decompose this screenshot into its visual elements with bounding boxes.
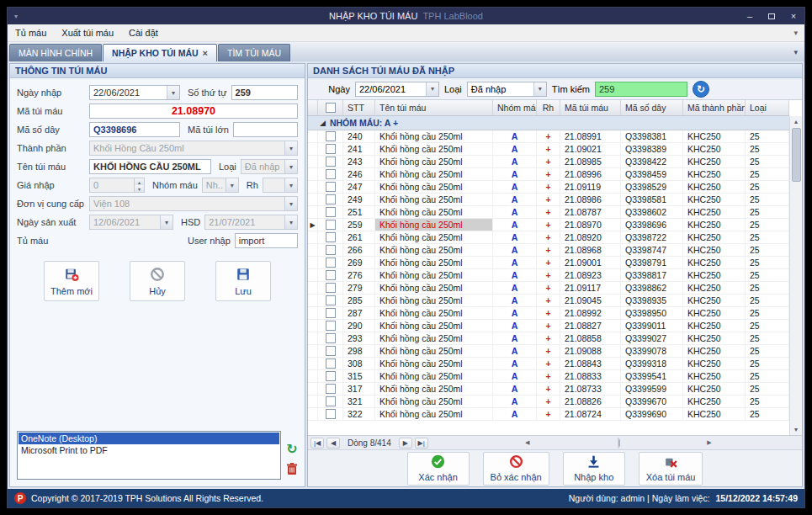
table-row[interactable]: 290 Khối hồng cầu 250ml A + 21.08827 Q33… (308, 320, 789, 332)
row-checkbox[interactable] (326, 207, 336, 217)
table-row[interactable]: 240 Khối hồng cầu 250ml A + 21.08991 Q33… (308, 130, 789, 143)
column-header-stt[interactable]: STT (343, 100, 375, 115)
table-row[interactable]: 298 Khối hồng cầu 250ml A + 21.09088 Q33… (308, 345, 789, 358)
group-expand-icon[interactable]: ◢ (320, 119, 326, 127)
table-row[interactable]: 285 Khối hồng cầu 250ml A + 21.09045 Q33… (308, 295, 789, 307)
horizontal-scrollbar[interactable]: ◀ ▶ (438, 438, 799, 449)
column-header-rh[interactable]: Rh (537, 100, 560, 115)
row-checkbox[interactable] (326, 270, 336, 280)
nav-last-button[interactable]: ▶| (415, 438, 428, 449)
table-row[interactable]: 321 Khối hồng cầu 250ml A + 21.08826 Q33… (308, 396, 789, 408)
tab-nhap-kho-tui-mau[interactable]: NHẬP KHO TÚI MÁU × (103, 44, 217, 61)
xac-nhan-button[interactable]: Xác nhận (407, 452, 470, 486)
tab-overflow-icon[interactable]: ▾ (787, 48, 804, 56)
table-row[interactable]: 308 Khối hồng cầu 250ml A + 21.08843 Q33… (308, 358, 789, 370)
vscroll-thumb[interactable] (792, 128, 801, 182)
user-nhap-field[interactable]: import (235, 233, 298, 248)
calendar-dropdown-icon[interactable]: ▾ (167, 86, 179, 99)
search-input[interactable] (595, 82, 687, 97)
table-row[interactable]: 322 Khối hồng cầu 250ml A + 21.08724 Q33… (308, 408, 789, 421)
menu-xuat-tui-mau[interactable]: Xuất túi máu (54, 24, 121, 41)
refresh-printers-icon[interactable]: ↻ (286, 443, 297, 455)
table-row[interactable]: 243 Khối hồng cầu 250ml A + 21.08985 Q33… (308, 156, 789, 168)
row-checkbox[interactable] (326, 194, 336, 204)
row-checkbox[interactable] (326, 371, 336, 381)
table-row[interactable]: 293 Khối hồng cầu 250ml A + 21.08858 Q33… (308, 332, 789, 345)
tab-close-icon[interactable]: × (203, 48, 208, 58)
bo-xac-nhan-button[interactable]: Bỏ xác nhận (483, 452, 549, 486)
column-header-ma-tui-mau[interactable]: Mã túi máu (560, 100, 621, 115)
row-checkbox[interactable] (326, 333, 336, 343)
row-checkbox[interactable] (326, 182, 336, 192)
printer-item-selected[interactable]: OneNote (Desktop) (19, 433, 279, 444)
nav-prev-button[interactable]: ◀ (326, 438, 340, 449)
row-checkbox[interactable] (326, 131, 336, 141)
table-row[interactable]: 241 Khối hồng cầu 250ml A + 21.09021 Q33… (308, 143, 789, 156)
row-checkbox[interactable] (326, 295, 336, 305)
hscroll-thumb[interactable] (618, 439, 620, 447)
huy-button[interactable]: Hủy (130, 261, 185, 301)
luu-button[interactable]: Lưu (215, 261, 271, 301)
column-header-ten-tui-mau[interactable]: Tên túi máu (375, 100, 493, 115)
filter-date-field[interactable]: 22/06/2021 ▾ (355, 82, 439, 97)
scroll-right-icon[interactable]: ▶ (619, 438, 799, 449)
row-checkbox[interactable] (326, 245, 336, 255)
table-row[interactable]: 249 Khối hồng cầu 250ml A + 21.08986 Q33… (308, 194, 789, 206)
table-row[interactable]: 251 Khối hồng cầu 250ml A + 21.08787 Q33… (308, 206, 789, 219)
table-row[interactable]: 279 Khối hồng cầu 250ml A + 21.09117 Q33… (308, 282, 789, 295)
delete-printer-icon[interactable] (286, 462, 298, 479)
table-row[interactable]: 317 Khối hồng cầu 250ml A + 21.08733 Q33… (308, 383, 789, 396)
table-row[interactable]: 315 Khối hồng cầu 250ml A + 21.08833 Q33… (308, 370, 789, 383)
maximize-button[interactable] (761, 8, 783, 24)
scroll-left-icon[interactable]: ◀ (438, 438, 618, 449)
vertical-scrollbar[interactable]: ▲ ▼ (789, 116, 802, 435)
calendar-dropdown-icon[interactable]: ▾ (426, 82, 438, 96)
menu-tu-mau[interactable]: Tủ máu (8, 24, 54, 41)
menu-cai-dat[interactable]: Cài đặt (121, 24, 166, 41)
row-checkbox[interactable] (326, 157, 336, 167)
row-checkbox[interactable] (326, 384, 336, 394)
chevron-down-icon[interactable]: ▾ (533, 82, 546, 96)
row-checkbox[interactable] (326, 144, 336, 154)
nav-next-button[interactable]: ▶ (399, 438, 412, 449)
table-row[interactable]: 247 Khối hồng cầu 250ml A + 21.09119 Q33… (308, 181, 789, 194)
select-all-checkbox[interactable] (326, 103, 336, 113)
table-row[interactable]: 261 Khối hồng cầu 250ml A + 21.08920 Q33… (308, 231, 789, 244)
row-checkbox[interactable] (326, 358, 336, 369)
table-row[interactable]: 287 Khối hồng cầu 250ml A + 21.08992 Q33… (308, 307, 789, 320)
row-checkbox[interactable] (326, 409, 336, 419)
hscroll-track[interactable] (618, 438, 619, 449)
column-header-loai[interactable]: Loại (746, 100, 789, 115)
table-row[interactable]: ▶ 259 Khối hồng cầu 250ml A + 21.08970 Q… (308, 219, 789, 231)
ma-so-day-field[interactable]: Q3398696 (89, 122, 180, 137)
scroll-up-icon[interactable]: ▲ (790, 116, 802, 127)
nhap-kho-button[interactable]: Nhập kho (563, 452, 625, 486)
row-checkbox[interactable] (326, 283, 336, 293)
so-thu-tu-field[interactable]: 259 (231, 85, 298, 100)
close-button[interactable]: × (783, 8, 804, 24)
table-row[interactable]: 276 Khối hồng cầu 250ml A + 21.08923 Q33… (308, 269, 789, 282)
ma-tui-lon-field[interactable] (233, 122, 298, 137)
row-checkbox[interactable] (326, 258, 336, 268)
ma-tui-mau-field[interactable]: 21.08970 (89, 104, 298, 119)
scroll-down-icon[interactable]: ▼ (790, 424, 802, 435)
menu-overflow-icon[interactable]: ▾ (787, 29, 804, 37)
table-row[interactable]: 246 Khối hồng cầu 250ml A + 21.08996 Q33… (308, 168, 789, 181)
table-row[interactable]: 266 Khối hồng cầu 250ml A + 21.08968 Q33… (308, 244, 789, 257)
minimize-button[interactable]: – (739, 8, 761, 24)
row-checkbox[interactable] (326, 169, 336, 179)
them-moi-button[interactable]: Thêm mới (44, 261, 99, 301)
xoa-tui-mau-button[interactable]: Xóa túi máu (639, 452, 703, 486)
column-header-ma-so-day[interactable]: Mã số dây (621, 100, 683, 115)
row-checkbox[interactable] (326, 232, 336, 242)
printer-list[interactable]: OneNote (Desktop) Microsoft Print to PDF (17, 431, 281, 480)
row-checkbox[interactable] (326, 321, 336, 331)
column-header-nhom-mau[interactable]: Nhóm máu (493, 100, 537, 115)
search-refresh-button[interactable]: ↻ (693, 81, 709, 98)
filter-loai-combo[interactable]: Đã nhập ▾ (467, 82, 547, 97)
nav-first-button[interactable]: |◀ (310, 438, 324, 449)
row-checkbox[interactable] (326, 346, 336, 356)
table-row[interactable]: 269 Khối hồng cầu 250ml A + 21.09001 Q33… (308, 257, 789, 269)
row-checkbox[interactable] (326, 220, 336, 230)
ten-tui-mau-field[interactable]: KHỐI HỒNG CẦU 250ML (89, 159, 211, 174)
